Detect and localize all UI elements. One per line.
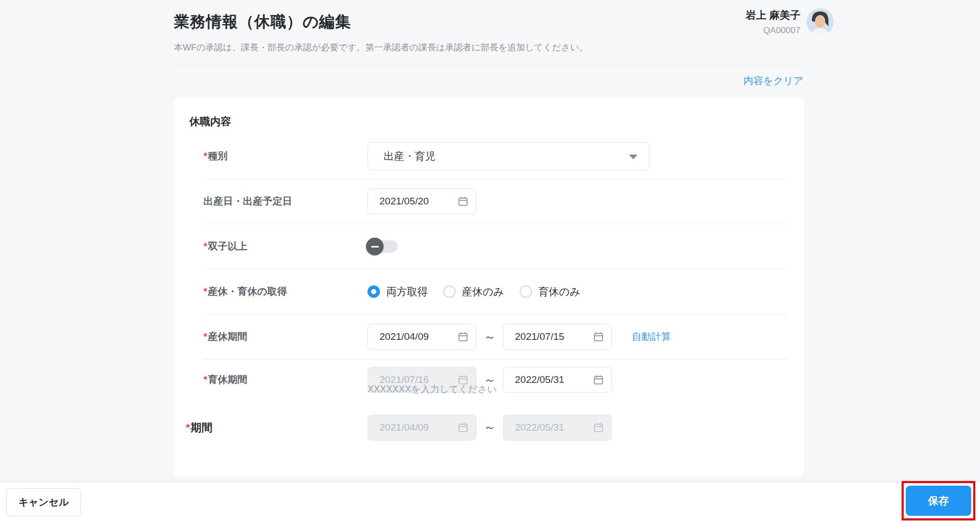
page-subtitle: 本WFの承認は、課長・部長の承認が必要です。第一承認者の課長は承認者に部長を追加… [174,42,588,53]
calendar-icon [457,422,469,433]
period-end-value: 2022/05/31 [515,422,564,433]
calendar-icon [457,196,469,207]
row-leave-acquisition: *産休・育休の取得 両方取得 産休のみ 育休のみ [203,269,788,314]
radio-maternity-only-label: 産休のみ [462,285,504,299]
minus-icon [371,246,379,248]
twins-toggle[interactable] [367,240,398,253]
clear-contents-link[interactable]: 内容をクリア [743,74,804,88]
radio-maternity-only[interactable]: 産休のみ [443,285,504,299]
radio-selected-icon [367,285,380,298]
period-end-input-disabled: 2022/05/31 [503,415,612,441]
childcare-period-label: *育休期間 [203,373,367,387]
chevron-down-icon [629,155,637,159]
type-select[interactable]: 出産・育児 [367,142,649,170]
toggle-knob [366,238,384,255]
range-separator: ～ [484,329,496,345]
range-separator: ～ [484,419,496,435]
birth-date-value: 2021/05/20 [379,196,429,207]
birth-date-label: 出産日・出産予定日 [203,195,367,208]
radio-both-label: 両方取得 [386,285,428,299]
user-id: QA00007 [745,25,800,36]
maternity-start-value: 2021/04/09 [379,331,429,342]
required-marker: * [203,374,207,385]
maternity-end-value: 2021/07/15 [515,331,564,342]
required-marker: * [203,286,207,297]
page-title: 業務情報（休職）の編集 [174,11,351,33]
row-period: *期間 2021/04/09 ～ 2022/05/31 [186,405,788,450]
user-name: 岩上 麻美子 [745,8,800,22]
auto-calc-link[interactable]: 自動計算 [632,330,671,344]
period-label: *期間 [186,420,367,435]
radio-childcare-only[interactable]: 育休のみ [520,285,580,299]
save-button-highlight: 保存 [902,481,975,520]
row-birth-date: 出産日・出産予定日 2021/05/20 [203,179,788,224]
required-marker: * [186,421,190,433]
radio-unselected-icon [520,285,532,298]
leave-acquisition-label: *産休・育休の取得 [203,285,367,298]
row-type: *種別 出産・育児 [203,134,788,179]
period-start-input-disabled: 2021/04/09 [367,415,477,441]
calendar-icon [593,422,604,433]
childcare-helper-text: XXXXXXXを入力してください [367,383,952,395]
avatar-image [807,8,834,35]
birth-date-input[interactable]: 2021/05/20 [367,188,477,214]
period-start-value: 2021/04/09 [379,422,429,433]
user-info: 岩上 麻美子 QA00007 [745,8,800,36]
leave-acquisition-radio-group: 両方取得 産休のみ 育休のみ [367,285,596,299]
maternity-end-input[interactable]: 2021/07/15 [503,324,612,350]
type-select-value: 出産・育児 [384,149,435,163]
calendar-icon [457,331,469,342]
row-childcare-period: *育休期間 2021/07/16 ～ 2022/05/31 XXXXXXXを入力… [203,360,788,405]
header-divider [174,65,804,65]
radio-childcare-only-label: 育休のみ [538,285,580,299]
section-title: 休職内容 [189,115,804,129]
calendar-icon [593,331,604,342]
required-marker: * [203,150,207,161]
row-maternity-period: *産休期間 2021/04/09 ～ 2021/07/15 自動計算 [203,314,788,360]
required-marker: * [203,241,207,252]
row-twins: *双子以上 [203,224,788,269]
radio-both[interactable]: 両方取得 [367,285,428,299]
avatar [807,8,834,35]
save-button[interactable]: 保存 [906,486,971,516]
type-label: *種別 [203,149,367,163]
footer-action-bar: キャンセル 保存 [0,483,980,522]
maternity-start-input[interactable]: 2021/04/09 [367,324,477,350]
radio-unselected-icon [443,285,456,298]
leave-form-card: 休職内容 *種別 出産・育児 出産日・出産予定日 2021/05/20 [174,97,804,476]
cancel-button[interactable]: キャンセル [6,488,81,516]
required-marker: * [203,331,207,342]
twins-label: *双子以上 [203,240,367,253]
maternity-period-label: *産休期間 [203,330,367,344]
